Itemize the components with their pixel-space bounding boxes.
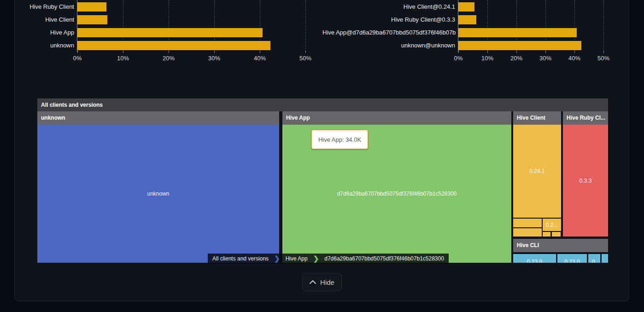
axis-tick bbox=[545, 51, 546, 53]
x-tick-label: 10% bbox=[481, 55, 493, 62]
treemap-section-header[interactable]: Hive CLI bbox=[513, 239, 608, 252]
axis-tick bbox=[516, 51, 517, 53]
treemap-node[interactable]: unknown bbox=[37, 125, 279, 263]
breadcrumb-item[interactable]: d7d6a29ba6707bbd5075df376f46b07b1c528300 bbox=[320, 254, 449, 264]
x-tick-label: 50% bbox=[597, 55, 609, 62]
bar[interactable] bbox=[77, 2, 106, 12]
treemap-node[interactable]: 0.2... bbox=[543, 219, 561, 231]
treemap-node[interactable]: 0.23.0 bbox=[513, 254, 556, 263]
breadcrumb-chevron-icon: ❯ bbox=[312, 254, 320, 264]
bar[interactable] bbox=[458, 28, 577, 37]
treemap-section-header[interactable]: Hive App bbox=[282, 111, 511, 125]
treemap-node[interactable]: 0.3.3 bbox=[563, 125, 608, 237]
breadcrumb-chevron-icon: ❯ bbox=[273, 254, 281, 264]
treemap-section-header[interactable]: Hive Ruby Cl... bbox=[563, 111, 608, 125]
bar-category-label: unknown@unknown bbox=[322, 42, 455, 49]
bar-category-label: Hive Client bbox=[0, 16, 74, 23]
axis-tick bbox=[574, 51, 575, 53]
chevron-up-icon bbox=[310, 280, 316, 284]
treemap-node[interactable] bbox=[513, 219, 542, 227]
bar[interactable] bbox=[77, 28, 263, 37]
treemap-node[interactable] bbox=[552, 232, 561, 237]
axis-tick bbox=[169, 51, 169, 53]
treemap-node[interactable] bbox=[513, 228, 542, 237]
hide-button-label: Hide bbox=[320, 278, 334, 286]
treemap-root-header[interactable]: All clients and versions bbox=[37, 98, 608, 111]
bar[interactable] bbox=[77, 41, 270, 50]
treemap-node[interactable] bbox=[543, 232, 550, 237]
x-tick-label: 20% bbox=[510, 55, 522, 62]
bar-category-label: Hive App bbox=[0, 29, 74, 36]
x-tick-label: 10% bbox=[117, 55, 129, 62]
bar[interactable] bbox=[458, 41, 581, 50]
breadcrumb-item[interactable]: Hive App bbox=[281, 254, 312, 264]
treemap-node[interactable]: 0.24.1 bbox=[513, 125, 561, 218]
axis-tick bbox=[458, 51, 459, 53]
treemap-tooltip: Hive App: 34.0K bbox=[311, 130, 368, 149]
axis-tick bbox=[123, 51, 123, 53]
bar-category-label: Hive App@d7d6a29ba6707bbd5075df376f46b07… bbox=[322, 29, 455, 36]
breadcrumb-item[interactable]: All clients and versions bbox=[208, 254, 273, 264]
axis-tick bbox=[77, 51, 78, 53]
treemap-section-header[interactable]: unknown bbox=[37, 111, 279, 125]
hide-button[interactable]: Hide bbox=[302, 273, 342, 291]
axis-tick bbox=[214, 51, 215, 53]
bar-category-label: Hive Client@0.24.1 bbox=[322, 3, 455, 10]
bar[interactable] bbox=[458, 2, 474, 12]
bar-category-label: unknown bbox=[0, 42, 74, 49]
bar[interactable] bbox=[77, 15, 107, 24]
gridline bbox=[305, 0, 306, 52]
x-tick-label: 0% bbox=[73, 55, 82, 62]
x-tick-label: 20% bbox=[163, 55, 175, 62]
x-tick-label: 30% bbox=[208, 55, 220, 62]
treemap-node[interactable]: 0. bbox=[588, 254, 600, 263]
dashboard-page: 0%10%20%30%40%50%Hive Ruby ClientHive Cl… bbox=[0, 0, 644, 312]
treemap-node[interactable] bbox=[602, 254, 608, 263]
treemap-node[interactable]: 0.23.0 bbox=[557, 254, 587, 263]
treemap-section-header[interactable]: Hive Client bbox=[513, 111, 561, 125]
x-tick-label: 30% bbox=[539, 55, 551, 62]
client-versions-share-bar-chart: 0%10%20%30%40%50%Hive Client@0.24.1Hive … bbox=[322, 0, 644, 64]
x-tick-label: 50% bbox=[299, 55, 311, 62]
x-tick-label: 40% bbox=[568, 55, 580, 62]
axis-tick bbox=[305, 51, 306, 53]
axis-tick bbox=[260, 51, 260, 53]
treemap-breadcrumb: All clients and versions❯Hive App❯d7d6a2… bbox=[208, 254, 449, 264]
x-tick-label: 0% bbox=[454, 55, 463, 62]
x-tick-label: 40% bbox=[254, 55, 266, 62]
axis-tick bbox=[487, 51, 488, 53]
axis-tick bbox=[603, 51, 604, 53]
bar-category-label: Hive Ruby Client@0.3.3 bbox=[322, 16, 455, 23]
bar-category-label: Hive Ruby Client bbox=[0, 3, 74, 10]
clients-share-bar-chart: 0%10%20%30%40%50%Hive Ruby ClientHive Cl… bbox=[0, 0, 322, 64]
clients-versions-treemap: All clients and versions unknownHive App… bbox=[37, 98, 608, 263]
gridline bbox=[603, 0, 604, 52]
bar[interactable] bbox=[458, 15, 476, 24]
